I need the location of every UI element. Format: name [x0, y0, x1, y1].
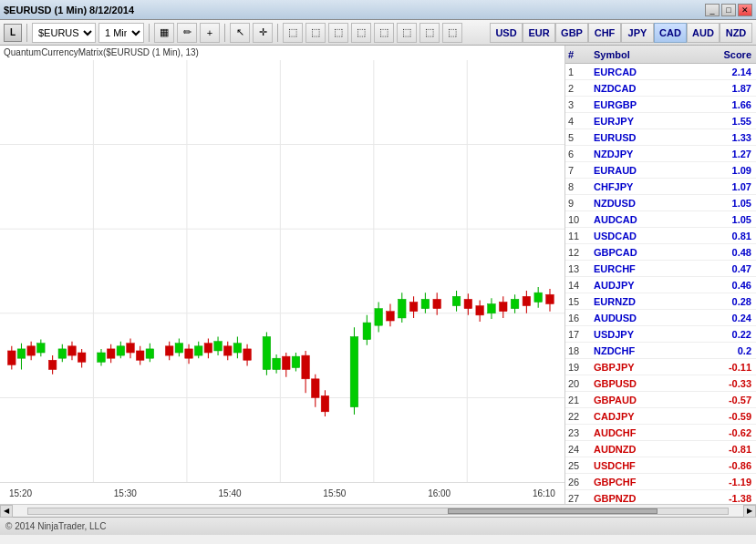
- currency-tab-usd[interactable]: USD: [490, 23, 523, 43]
- table-row[interactable]: 4 EURJPY 1.55: [565, 113, 756, 129]
- table-row[interactable]: 18 NZDCHF 0.2: [565, 343, 756, 359]
- svg-rect-74: [375, 309, 383, 326]
- svg-rect-14: [27, 346, 36, 355]
- table-row[interactable]: 14 AUDJPY 0.46: [565, 277, 756, 293]
- row-score: 1.27: [701, 149, 756, 159]
- row-symbol: GBPAUD: [591, 395, 701, 405]
- window-maximize-button[interactable]: □: [721, 4, 736, 16]
- svg-rect-76: [387, 312, 395, 321]
- currency-tab-eur[interactable]: EUR: [523, 23, 555, 43]
- t1-icon: ⬚: [288, 26, 297, 38]
- table-row[interactable]: 15 EURNZD 0.28: [565, 293, 756, 310]
- add-indicator-button[interactable]: +: [200, 23, 220, 43]
- svg-rect-44: [194, 346, 202, 355]
- symbol-select[interactable]: $EURUSD: [32, 23, 96, 43]
- tool2-button[interactable]: ⬚: [306, 23, 326, 43]
- draw-tool-button[interactable]: ✏: [177, 23, 197, 43]
- row-score: 0.81: [701, 231, 756, 241]
- col-header-num: #: [565, 49, 591, 60]
- row-score: -0.59: [701, 411, 756, 422]
- row-symbol: NZDCHF: [591, 345, 701, 356]
- table-row[interactable]: 16 AUDUSD 0.24: [565, 310, 756, 326]
- table-row[interactable]: 23 AUDCHF -0.62: [565, 425, 756, 441]
- row-score: -0.33: [701, 378, 756, 389]
- chart-canvas: [0, 60, 564, 482]
- window-minimize-button[interactable]: _: [705, 4, 720, 16]
- currency-tab-nzd[interactable]: NZD: [720, 23, 752, 43]
- scroll-thumb[interactable]: [448, 508, 658, 514]
- table-row[interactable]: 19 GBPJPY -0.11: [565, 359, 756, 375]
- scroll-left-button[interactable]: ◀: [0, 505, 13, 518]
- table-row[interactable]: 7 EURAUD 1.09: [565, 162, 756, 179]
- row-score: -0.11: [701, 362, 756, 373]
- svg-rect-64: [302, 355, 310, 379]
- x-label-1520: 15:20: [9, 488, 32, 498]
- currency-tab-cad[interactable]: CAD: [654, 23, 687, 43]
- scroll-right-button[interactable]: ▶: [743, 505, 756, 518]
- x-label-1530: 15:30: [114, 488, 137, 498]
- row-symbol: AUDCHF: [591, 427, 701, 438]
- svg-rect-24: [78, 353, 86, 362]
- table-row[interactable]: 12 GBPCAD 0.48: [565, 244, 756, 261]
- table-row[interactable]: 5 EURUSD 1.33: [565, 129, 756, 146]
- table-row[interactable]: 20 GBPUSD -0.33: [565, 375, 756, 392]
- table-row[interactable]: 6 NZDJPY 1.27: [565, 146, 756, 162]
- table-row[interactable]: 17 USDJPY 0.22: [565, 326, 756, 343]
- tool8-button[interactable]: ⬚: [442, 23, 462, 43]
- row-symbol: GBPUSD: [591, 378, 701, 389]
- svg-rect-42: [185, 349, 193, 358]
- row-num: 2: [565, 83, 591, 94]
- tool5-button[interactable]: ⬚: [374, 23, 394, 43]
- currency-tab-gbp[interactable]: GBP: [555, 23, 588, 43]
- row-num: 20: [565, 378, 591, 389]
- tool4-button[interactable]: ⬚: [351, 23, 371, 43]
- currency-tab-chf[interactable]: CHF: [588, 23, 621, 43]
- tool1-button[interactable]: ⬚: [283, 23, 303, 43]
- corner-label: L: [4, 24, 22, 42]
- svg-rect-58: [273, 358, 281, 369]
- timeframe-select[interactable]: 1 Min: [98, 23, 144, 43]
- table-row[interactable]: 21 GBPAUD -0.57: [565, 392, 756, 408]
- x-label-1600: 16:00: [428, 488, 450, 498]
- svg-rect-16: [37, 344, 46, 353]
- svg-rect-40: [175, 344, 183, 353]
- table-row[interactable]: 13 EURCHF 0.47: [565, 261, 756, 277]
- row-num: 8: [565, 181, 591, 192]
- row-score: -0.81: [701, 444, 756, 455]
- svg-rect-96: [511, 299, 519, 308]
- svg-rect-78: [399, 299, 407, 318]
- table-row[interactable]: 2 NZDCAD 1.87: [565, 80, 756, 97]
- row-score: 1.05: [701, 198, 756, 209]
- tool7-button[interactable]: ⬚: [419, 23, 440, 43]
- chart-type-button[interactable]: ▦: [154, 23, 174, 43]
- table-row[interactable]: 22 CADJPY -0.59: [565, 408, 756, 425]
- table-row[interactable]: 9 NZDUSD 1.05: [565, 195, 756, 211]
- table-row[interactable]: 1 EURCAD 2.14: [565, 64, 756, 80]
- svg-rect-92: [488, 304, 496, 313]
- svg-rect-70: [350, 337, 358, 407]
- candlestick-icon: ▦: [160, 26, 169, 38]
- row-num: 18: [565, 345, 591, 356]
- table-row[interactable]: 25 USDCHF -0.86: [565, 457, 756, 474]
- cursor-button[interactable]: ↖: [230, 23, 250, 43]
- tool3-button[interactable]: ⬚: [328, 23, 348, 43]
- table-row[interactable]: 3 EURGBP 1.66: [565, 97, 756, 113]
- currency-tab-jpy[interactable]: JPY: [621, 23, 654, 43]
- table-row[interactable]: 11 USDCAD 0.81: [565, 228, 756, 244]
- row-symbol: AUDNZD: [591, 444, 701, 455]
- svg-rect-90: [476, 306, 484, 315]
- row-symbol: EURGBP: [591, 99, 701, 110]
- currency-tab-aud[interactable]: AUD: [687, 23, 720, 43]
- row-num: 10: [565, 214, 591, 225]
- row-symbol: EURNZD: [591, 296, 701, 307]
- window-close-button[interactable]: ✕: [738, 4, 752, 16]
- table-row[interactable]: 27 GBPNZD -1.38: [565, 490, 756, 504]
- main-content: QuantumCurrencyMatrix($EURUSD (1 Min), 1…: [0, 46, 756, 504]
- chart-area: QuantumCurrencyMatrix($EURUSD (1 Min), 1…: [0, 46, 564, 504]
- table-row[interactable]: 24 AUDNZD -0.81: [565, 441, 756, 457]
- tool6-button[interactable]: ⬚: [397, 23, 417, 43]
- table-row[interactable]: 8 CHFJPY 1.07: [565, 179, 756, 195]
- table-row[interactable]: 26 GBPCHF -1.19: [565, 474, 756, 490]
- crosshair-button[interactable]: ✛: [253, 23, 273, 43]
- table-row[interactable]: 10 AUDCAD 1.05: [565, 211, 756, 228]
